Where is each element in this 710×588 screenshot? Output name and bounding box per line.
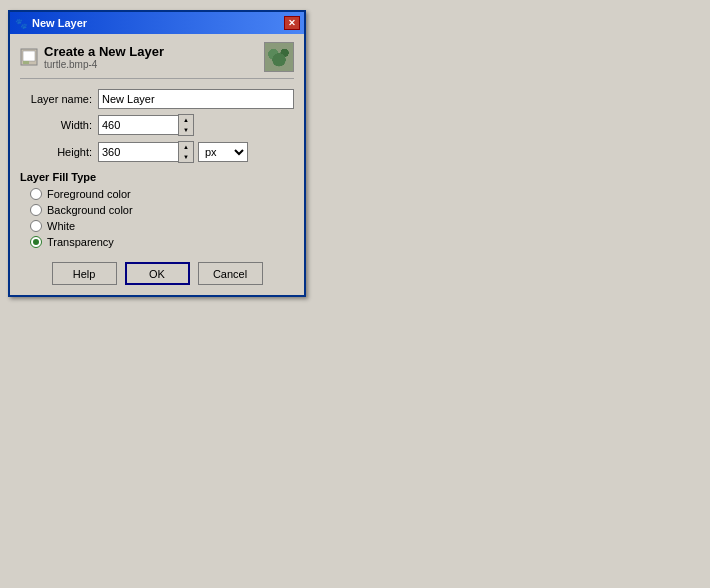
svg-rect-2 (23, 61, 29, 64)
width-spinner: ▲ ▼ (98, 114, 194, 136)
width-up-button[interactable]: ▲ (179, 115, 193, 125)
radio-white-label: White (47, 220, 75, 232)
fill-type-title: Layer Fill Type (20, 171, 294, 183)
radio-transparency-circle[interactable] (30, 236, 42, 248)
radio-background-label: Background color (47, 204, 133, 216)
radio-foreground-label: Foreground color (47, 188, 131, 200)
new-layer-dialog: 🐾 New Layer ✕ Create a (8, 10, 306, 297)
radio-background[interactable]: Background color (30, 204, 294, 216)
height-input[interactable] (98, 142, 178, 162)
button-row: Help OK Cancel (20, 262, 294, 285)
radio-background-circle[interactable] (30, 204, 42, 216)
radio-white[interactable]: White (30, 220, 294, 232)
title-bar-left: 🐾 New Layer (14, 16, 87, 30)
dialog-title: New Layer (32, 17, 87, 29)
radio-transparency[interactable]: Transparency (30, 236, 294, 248)
thumbnail (264, 42, 294, 72)
dialog-content: Create a New Layer turtle.bmp-4 Layer na… (10, 34, 304, 295)
radio-foreground[interactable]: Foreground color (30, 188, 294, 200)
height-spinner: ▲ ▼ px in cm mm (98, 141, 248, 163)
width-label: Width: (20, 119, 92, 131)
thumbnail-image (265, 43, 293, 71)
header-section: Create a New Layer turtle.bmp-4 (20, 42, 294, 79)
unit-select[interactable]: px in cm mm (198, 142, 248, 162)
desktop: 🐾 New Layer ✕ Create a (0, 0, 710, 588)
width-down-button[interactable]: ▼ (179, 125, 193, 135)
header-title: Create a New Layer (44, 44, 164, 59)
height-up-button[interactable]: ▲ (179, 142, 193, 152)
header-title-block: Create a New Layer turtle.bmp-4 (44, 44, 164, 70)
width-spinner-buttons: ▲ ▼ (178, 114, 194, 136)
dialog-icon: 🐾 (14, 16, 28, 30)
layer-name-label: Layer name: (20, 93, 92, 105)
layer-name-row: Layer name: (20, 89, 294, 109)
title-bar: 🐾 New Layer ✕ (10, 12, 304, 34)
width-row: Width: ▲ ▼ (20, 114, 294, 136)
header-left: Create a New Layer turtle.bmp-4 (20, 44, 164, 70)
help-button[interactable]: Help (52, 262, 117, 285)
cancel-button[interactable]: Cancel (198, 262, 263, 285)
height-row: Height: ▲ ▼ px in cm mm (20, 141, 294, 163)
ok-button[interactable]: OK (125, 262, 190, 285)
header-subtitle: turtle.bmp-4 (44, 59, 164, 70)
layer-name-input[interactable] (98, 89, 294, 109)
width-input[interactable] (98, 115, 178, 135)
radio-group: Foreground color Background color White … (20, 188, 294, 248)
height-down-button[interactable]: ▼ (179, 152, 193, 162)
radio-white-circle[interactable] (30, 220, 42, 232)
height-spinner-buttons: ▲ ▼ (178, 141, 194, 163)
radio-transparency-label: Transparency (47, 236, 114, 248)
close-button[interactable]: ✕ (284, 16, 300, 30)
svg-rect-1 (23, 51, 35, 61)
radio-foreground-circle[interactable] (30, 188, 42, 200)
height-label: Height: (20, 146, 92, 158)
header-icon (20, 48, 38, 66)
